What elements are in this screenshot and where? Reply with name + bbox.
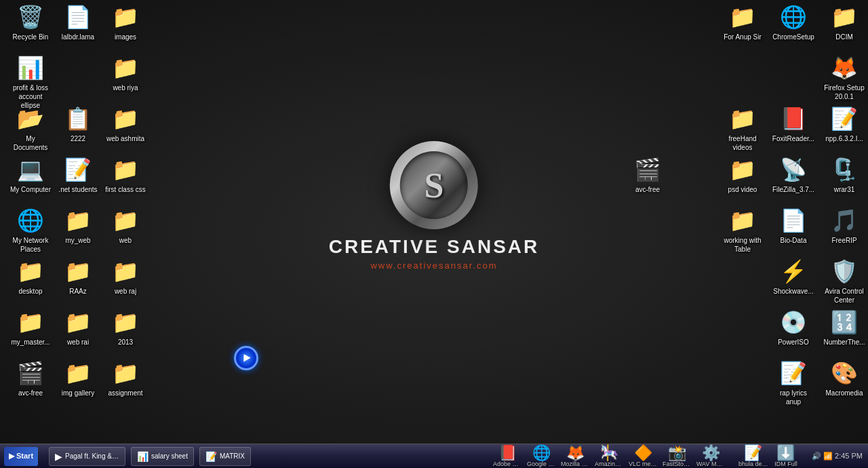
taskbar-left: ▶ Start bbox=[0, 447, 42, 466]
icon-image-numberthе: 🔢 bbox=[831, 309, 858, 336]
icon-label-my-web: my_web bbox=[63, 235, 92, 246]
desktop-icon-dcim[interactable]: 📁DCIM bbox=[821, 3, 868, 42]
taskbar-btn-salary-sheet[interactable]: 📊salary sheet bbox=[131, 447, 194, 466]
desktop-icon-img-gallery[interactable]: 📁img gallery bbox=[54, 359, 102, 398]
desktop-icon-raaz[interactable]: 📁RAAz bbox=[54, 258, 102, 296]
desktop-icon-numberthе[interactable]: 🔢NumberThe... bbox=[821, 309, 868, 347]
desktop-icon-first-class-css[interactable]: 📁first class css bbox=[102, 156, 149, 195]
icon-image-wrar31: 🗜️ bbox=[831, 156, 858, 183]
desktop-icon-desktop-folder[interactable]: 📁desktop bbox=[7, 258, 54, 296]
desktop-icon-web-raj[interactable]: 📁web raj bbox=[102, 258, 149, 296]
icon-label-for-anup-sir: For Anup Sir bbox=[722, 32, 764, 42]
desktop-icon-net-students[interactable]: 📝.net students bbox=[54, 156, 102, 195]
icon-label-psd-video: psd video bbox=[726, 184, 760, 195]
icon-image-web-rai: 📁 bbox=[64, 309, 92, 336]
icon-image-images: 📁 bbox=[112, 3, 139, 31]
icon-label-dcim: DCIM bbox=[833, 32, 855, 42]
quicklaunch-icon-faststone: 📸 bbox=[668, 446, 686, 461]
desktop-icon-my-network[interactable]: 🌐My Network Places bbox=[7, 207, 54, 254]
icon-label-wrar31: wrar31 bbox=[832, 184, 857, 195]
desktop-icon-web-riya[interactable]: 📁web riya bbox=[102, 54, 149, 93]
desktop-icon-npp[interactable]: 📝npp.6.3.2.I... bbox=[821, 105, 868, 144]
desktop-icon-bio-data[interactable]: 📄Bio-Data bbox=[770, 207, 817, 246]
logo-circle-inner: S bbox=[400, 151, 468, 219]
icon-label-desktop-folder: desktop bbox=[16, 286, 44, 296]
desktop-icon-my-web[interactable]: 📁my_web bbox=[54, 207, 102, 246]
icon-label-foxit-reader: FoxitReader... bbox=[770, 134, 816, 144]
icon-label-web: web bbox=[117, 235, 134, 246]
desktop-icon-2222[interactable]: 📋2222 bbox=[54, 105, 102, 144]
icon-label-2222: 2222 bbox=[68, 134, 87, 144]
quicklaunch-mozilla-firefox[interactable]: 🦊Mozilla Firefox bbox=[561, 446, 591, 467]
desktop-icon-avira[interactable]: 🛡️Avira Control Center bbox=[821, 258, 868, 305]
desktop-icon-for-anup-sir[interactable]: 📁For Anup Sir bbox=[719, 3, 766, 42]
desktop-icon-foxit-reader[interactable]: 📕FoxitReader... bbox=[770, 105, 817, 144]
icon-image-for-anup-sir: 📁 bbox=[729, 3, 756, 31]
desktop-icon-poweriso[interactable]: 💿PowerISO bbox=[770, 309, 817, 347]
icon-image-dcim: 📁 bbox=[831, 3, 858, 31]
icon-label-net-students: .net students bbox=[56, 184, 99, 195]
desktop-icon-web-rai[interactable]: 📁web rai bbox=[54, 309, 102, 347]
icon-label-rap-lyrics: rap lyrics anup bbox=[770, 388, 817, 407]
desktop-icon-assignment[interactable]: 📁assignment bbox=[102, 359, 149, 398]
desktop-icon-shockwave[interactable]: ⚡Shockwave... bbox=[770, 258, 817, 296]
icon-image-2222: 📋 bbox=[64, 105, 92, 132]
icon-image-2013: 📁 bbox=[112, 309, 139, 336]
desktop-icon-freehand-videos[interactable]: 📁freeHand videos bbox=[719, 105, 766, 153]
icon-label-freehand-videos: freeHand videos bbox=[719, 134, 766, 153]
icon-label-freerip: FreeRIP bbox=[829, 235, 859, 246]
desktop-icon-firefox-setup[interactable]: 🦊Firefox Setup 20.0.1 bbox=[821, 54, 868, 102]
taskbar-btn-matrix[interactable]: 📝MATRIX bbox=[199, 447, 251, 466]
desktop-icon-my-computer[interactable]: 💻My Computer bbox=[7, 156, 54, 195]
icon-label-bio-data: Bio-Data bbox=[778, 235, 809, 246]
quicklaunch-adobe-reader[interactable]: 📕Adobe Reader 8 bbox=[493, 446, 523, 467]
right-taskbar-icon-bhula-dena: 📝 bbox=[744, 446, 762, 461]
icon-label-avira: Avira Control Center bbox=[821, 286, 868, 305]
quicklaunch-faststone[interactable]: 📸FastStone Capture bbox=[663, 446, 692, 467]
quicklaunch-google-chrome[interactable]: 🌐Google Chrome bbox=[527, 446, 557, 467]
icon-image-working-with-table: 📁 bbox=[729, 207, 756, 234]
icon-label-lalbdr-lama: lalbdr.lama bbox=[60, 32, 96, 42]
desktop-icon-psd-video[interactable]: 📁psd video bbox=[719, 156, 766, 195]
desktop-icon-macromedia[interactable]: 🎨Macromedia bbox=[821, 359, 868, 398]
icon-image-img-gallery: 📁 bbox=[64, 359, 92, 387]
icon-image-my-master: 📁 bbox=[17, 309, 44, 336]
cursor-indicator bbox=[234, 346, 258, 370]
right-taskbar-label-idm-full: IDM Full bbox=[774, 461, 797, 467]
icon-label-img-gallery: img gallery bbox=[60, 388, 96, 398]
quicklaunch-vlc[interactable]: 🔶VLC media player bbox=[629, 446, 658, 467]
desktop-icon-working-with-table[interactable]: 📁working with Table bbox=[719, 207, 766, 254]
desktop-icon-web[interactable]: 📁web bbox=[102, 207, 149, 246]
desktop-icon-rap-lyrics[interactable]: 📝rap lyrics anup bbox=[770, 359, 817, 407]
desktop-icon-avc-free-right[interactable]: 🎬avc-free bbox=[624, 156, 671, 195]
quicklaunch-amazing-slider[interactable]: 🎠Amazing Slider bbox=[595, 446, 625, 467]
desktop-icon-recycle-bin[interactable]: 🗑️Recycle Bin bbox=[7, 3, 54, 42]
desktop: 🗑️Recycle Bin📄lalbdr.lama📁images📊profit … bbox=[0, 0, 868, 427]
desktop-icon-my-master[interactable]: 📁my_master... bbox=[7, 309, 54, 347]
desktop-icon-web-ashmita[interactable]: 📁web ashmita bbox=[102, 105, 149, 144]
right-taskbar-idm-full[interactable]: ⬇️IDM Full bbox=[771, 446, 801, 467]
desktop-icon-my-documents[interactable]: 📂My Documents bbox=[7, 105, 54, 153]
desktop-icon-avc-free[interactable]: 🎬avc-free bbox=[7, 359, 54, 398]
desktop-icon-lalbdr-lama[interactable]: 📄lalbdr.lama bbox=[54, 3, 102, 42]
start-button[interactable]: ▶ Start bbox=[4, 447, 38, 466]
desktop-icon-chrome-setup[interactable]: 🌐ChromeSetup bbox=[770, 3, 817, 42]
icon-image-avc-free: 🎬 bbox=[17, 359, 44, 387]
icon-label-2013: 2013 bbox=[116, 337, 135, 347]
right-taskbar-bhula-dena[interactable]: 📝bhula dena bbox=[738, 446, 768, 467]
quicklaunch-wav-mp3[interactable]: ⚙️WAV MP3 Converter bbox=[696, 446, 726, 467]
desktop-icon-wrar31[interactable]: 🗜️wrar31 bbox=[821, 156, 868, 195]
desktop-icon-filezilla[interactable]: 📡FileZilla_3.7... bbox=[770, 156, 817, 195]
icon-label-raaz: RAAz bbox=[67, 286, 89, 296]
quicklaunch-icon-vlc: 🔶 bbox=[634, 446, 652, 461]
desktop-icon-profit-loss[interactable]: 📊profit & loss account ellipse bbox=[7, 54, 54, 111]
icon-image-shockwave: ⚡ bbox=[780, 258, 807, 285]
icon-image-avira: 🛡️ bbox=[831, 258, 858, 285]
desktop-icon-freerip[interactable]: 🎵FreeRIP bbox=[821, 207, 868, 246]
desktop-icon-2013[interactable]: 📁2013 bbox=[102, 309, 149, 347]
desktop-icon-images[interactable]: 📁images bbox=[102, 3, 149, 42]
quicklaunch-icon-adobe-reader: 📕 bbox=[498, 446, 517, 461]
taskbar-btn-pagal-king[interactable]: ▶Pagal ft. King & Tarzan bbox=[49, 447, 125, 466]
icon-image-poweriso: 💿 bbox=[780, 309, 807, 336]
icon-label-recycle-bin: Recycle Bin bbox=[11, 32, 51, 42]
